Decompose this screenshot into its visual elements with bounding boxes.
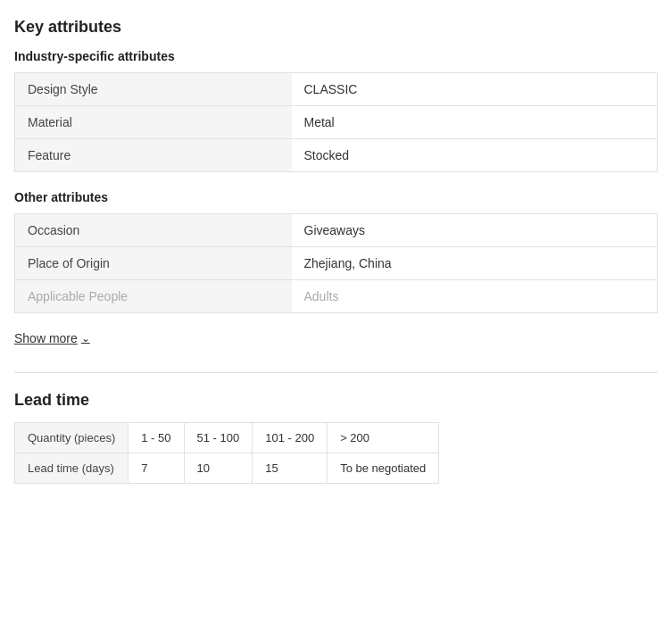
attribute-label: Applicable People — [15, 280, 292, 313]
attribute-value: CLASSIC — [292, 73, 658, 106]
lead-time-cell: 10 — [184, 453, 253, 484]
column-header-value: 101 - 200 — [253, 423, 328, 453]
table-row: Place of Origin Zhejiang, China — [15, 247, 658, 280]
lead-time-cell: 7 — [129, 453, 184, 484]
attribute-value: Adults — [292, 280, 658, 313]
table-row: Applicable People Adults — [15, 280, 658, 313]
lead-time-cell: 15 — [253, 453, 328, 484]
page-title: Key attributes — [14, 18, 658, 37]
attribute-label: Feature — [15, 139, 292, 172]
attribute-label: Material — [15, 106, 292, 139]
attribute-value: Metal — [292, 106, 658, 139]
lead-time-section: Lead time Quantity (pieces)1 - 5051 - 10… — [14, 391, 658, 484]
table-row: Material Metal — [15, 106, 658, 139]
table-row: Feature Stocked — [15, 139, 658, 172]
lead-time-cell: To be negotiated — [328, 453, 439, 484]
table-row: Occasion Giveaways — [15, 214, 658, 247]
column-header-value: > 200 — [328, 423, 439, 453]
attribute-value: Giveaways — [292, 214, 658, 247]
attribute-label: Occasion — [15, 214, 292, 247]
other-section-title: Other attributes — [14, 190, 658, 204]
industry-attributes-table: Design Style CLASSIC Material Metal Feat… — [14, 72, 658, 172]
lead-time-title: Lead time — [14, 391, 658, 410]
attribute-value: Stocked — [292, 139, 658, 172]
column-header-value: 1 - 50 — [129, 423, 184, 453]
table-row: Lead time (days)71015To be negotiated — [15, 453, 439, 484]
table-row: Quantity (pieces)1 - 5051 - 100101 - 200… — [15, 423, 439, 453]
table-row: Design Style CLASSIC — [15, 73, 658, 106]
column-header-value: 51 - 100 — [184, 423, 253, 453]
attribute-value: Zhejiang, China — [292, 247, 658, 280]
industry-section-title: Industry-specific attributes — [14, 49, 658, 63]
section-divider — [14, 372, 658, 373]
attribute-label: Design Style — [15, 73, 292, 106]
attribute-label: Place of Origin — [15, 247, 292, 280]
chevron-down-icon: ⌄ — [81, 332, 90, 345]
show-more-label: Show more — [14, 331, 78, 345]
lead-time-row-label: Lead time (days) — [15, 453, 129, 484]
column-header-label: Quantity (pieces) — [15, 423, 129, 453]
lead-time-table: Quantity (pieces)1 - 5051 - 100101 - 200… — [14, 422, 439, 484]
other-attributes-table: Occasion Giveaways Place of Origin Zheji… — [14, 213, 658, 313]
show-more-button[interactable]: Show more ⌄ — [14, 331, 90, 345]
